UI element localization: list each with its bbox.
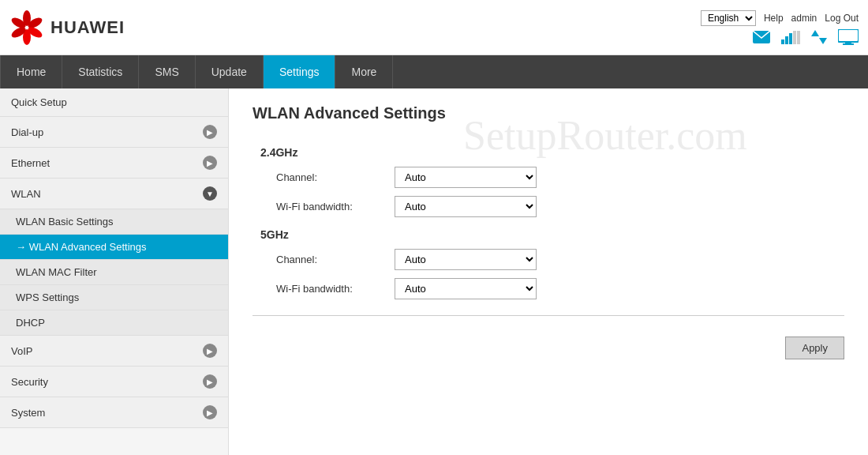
sidebar-label-ethernet: Ethernet (11, 157, 50, 169)
nav-home[interactable]: Home (0, 55, 62, 88)
ethernet-expand-icon: ▶ (203, 156, 217, 170)
svg-rect-15 (845, 42, 851, 43)
select-channel-5g[interactable]: Auto 364044 48149153 (395, 249, 537, 270)
sidebar-label-voip: VoIP (11, 345, 32, 357)
sidebar-item-wlan[interactable]: WLAN ▼ (0, 179, 228, 209)
logout-link[interactable]: Log Out (825, 13, 859, 24)
security-expand-icon: ▶ (203, 374, 217, 389)
language-select[interactable]: English 中文 (701, 10, 756, 26)
sidebar-item-wlan-mac[interactable]: WLAN MAC Filter (0, 260, 228, 285)
sidebar-item-ethernet[interactable]: Ethernet ▶ (0, 148, 228, 179)
sidebar-label-security: Security (11, 376, 48, 388)
sidebar: Quick Setup Dial-up ▶ Ethernet ▶ WLAN ▼ … (0, 88, 229, 455)
sidebar-label-system: System (11, 407, 45, 419)
main-nav: Home Statistics SMS Update Settings More (0, 55, 868, 88)
label-channel-5g: Channel: (276, 254, 387, 265)
dial-up-expand-icon: ▶ (203, 125, 217, 139)
page-title: WLAN Advanced Settings (253, 104, 844, 130)
sidebar-item-dial-up[interactable]: Dial-up ▶ (0, 117, 228, 148)
sidebar-item-voip[interactable]: VoIP ▶ (0, 336, 228, 367)
header-top-row: English 中文 Help admin Log Out (701, 10, 859, 26)
select-bandwidth-2g[interactable]: Auto 20MHz 40MHz (395, 196, 537, 217)
brand-name: HUAWEI (51, 17, 125, 38)
form-row-bandwidth-5g: Wi-Fi bandwidth: Auto 20MHz 40MHz 80MHz (276, 278, 844, 299)
nav-more[interactable]: More (335, 55, 393, 88)
svg-marker-12 (811, 30, 819, 36)
sidebar-label-quick-setup: Quick Setup (11, 96, 67, 108)
svg-rect-9 (789, 33, 792, 44)
label-bandwidth-5g: Wi-Fi bandwidth: (276, 283, 387, 295)
section-5ghz-heading: 5GHz (260, 228, 844, 241)
huawei-logo-icon (9, 10, 44, 45)
svg-rect-10 (793, 31, 796, 44)
sidebar-item-wlan-basic[interactable]: WLAN Basic Settings (0, 209, 228, 235)
nav-update[interactable]: Update (196, 55, 264, 88)
svg-marker-13 (819, 38, 827, 44)
label-channel-2g: Channel: (276, 171, 387, 183)
select-channel-2g[interactable]: Auto 123 456 789 1011 (395, 167, 537, 188)
voip-expand-icon: ▶ (203, 344, 217, 358)
content-inner: WLAN Advanced Settings 2.4GHz Channel: A… (253, 104, 844, 364)
form-row-channel-5g: Channel: Auto 364044 48149153 (276, 249, 844, 270)
header-icons-row (753, 29, 859, 45)
wlan-submenu: WLAN Basic Settings WLAN Advanced Settin… (0, 209, 228, 336)
mail-icon[interactable] (753, 31, 770, 43)
content-area: SetupRouter.com WLAN Advanced Settings 2… (229, 88, 868, 455)
sidebar-item-dhcp[interactable]: DHCP (0, 310, 228, 336)
sidebar-item-security[interactable]: Security ▶ (0, 367, 228, 397)
sidebar-item-wps[interactable]: WPS Settings (0, 285, 228, 310)
nav-sms[interactable]: SMS (139, 55, 195, 88)
footer-row: Apply (253, 332, 844, 364)
nav-settings[interactable]: Settings (264, 55, 336, 88)
wlan-expand-icon: ▼ (203, 186, 217, 201)
signal-icon (781, 30, 800, 44)
sidebar-item-quick-setup[interactable]: Quick Setup (0, 88, 228, 117)
svg-rect-11 (797, 31, 800, 44)
admin-label: admin (791, 13, 817, 24)
main-layout: Quick Setup Dial-up ▶ Ethernet ▶ WLAN ▼ … (0, 88, 868, 455)
sidebar-label-wlan: WLAN (11, 188, 41, 200)
content-divider (253, 315, 844, 316)
svg-rect-8 (785, 36, 788, 44)
nav-statistics[interactable]: Statistics (62, 55, 139, 88)
help-link[interactable]: Help (764, 13, 784, 24)
svg-rect-16 (843, 43, 854, 45)
svg-rect-14 (838, 29, 859, 42)
monitor-icon (838, 29, 859, 45)
system-expand-icon: ▶ (203, 405, 217, 419)
select-bandwidth-5g[interactable]: Auto 20MHz 40MHz 80MHz (395, 278, 537, 299)
transfer-icon (811, 30, 827, 44)
form-row-channel-2g: Channel: Auto 123 456 789 1011 (276, 167, 844, 188)
label-bandwidth-2g: Wi-Fi bandwidth: (276, 201, 387, 212)
sidebar-item-wlan-advanced[interactable]: WLAN Advanced Settings (0, 235, 228, 260)
logo-area: HUAWEI (9, 10, 125, 45)
section-2ghz-heading: 2.4GHz (260, 146, 844, 159)
form-row-bandwidth-2g: Wi-Fi bandwidth: Auto 20MHz 40MHz (276, 196, 844, 217)
sidebar-item-system[interactable]: System ▶ (0, 397, 228, 428)
sidebar-label-dial-up: Dial-up (11, 126, 43, 138)
apply-button[interactable]: Apply (785, 337, 844, 359)
site-header: HUAWEI English 中文 Help admin Log Out (0, 0, 868, 55)
svg-rect-7 (781, 39, 784, 44)
header-right: English 中文 Help admin Log Out (701, 10, 859, 45)
